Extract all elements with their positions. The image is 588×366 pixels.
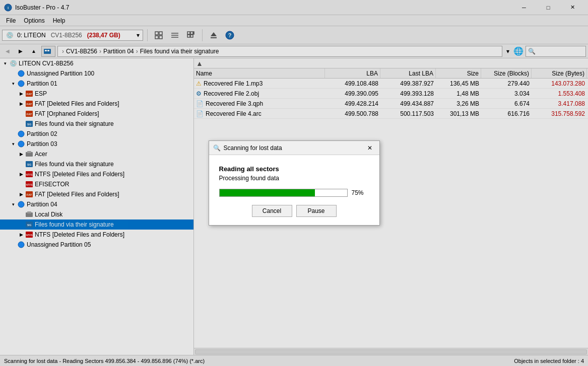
pause-button[interactable]: Pause	[296, 205, 337, 217]
progress-percent: 75%	[352, 189, 369, 196]
dialog-title: 🔍 Scanning for lost data	[213, 144, 364, 152]
dialog-titlebar: 🔍 Scanning for lost data ✕	[209, 141, 379, 155]
cancel-button[interactable]: Cancel	[252, 205, 292, 217]
scan-dialog: 🔍 Scanning for lost data ✕ Reading all s…	[209, 140, 380, 226]
modal-overlay: 🔍 Scanning for lost data ✕ Reading all s…	[0, 0, 588, 366]
scan-heading: Reading all sectors	[219, 165, 369, 173]
dialog-buttons: Cancel Pause	[219, 205, 369, 217]
progress-bar-bg	[219, 189, 348, 197]
progress-bar-fill	[220, 189, 315, 196]
dialog-close-button[interactable]: ✕	[364, 142, 375, 154]
progress-container: 75%	[219, 189, 369, 197]
search-icon-dialog: 🔍	[213, 144, 221, 152]
dialog-body: Reading all sectors Processing found dat…	[209, 155, 379, 225]
scan-subtext: Processing found data	[219, 175, 369, 182]
